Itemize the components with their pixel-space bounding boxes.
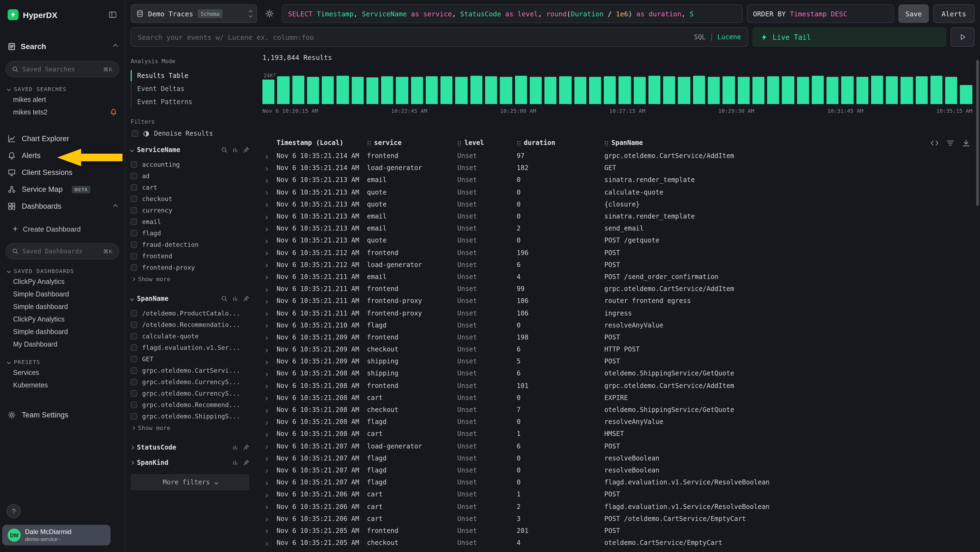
facet-value[interactable]: ad — [130, 170, 249, 182]
saved-searches-title[interactable]: SAVED SEARCHES — [8, 86, 117, 92]
show-more-link[interactable]: Show more — [130, 422, 249, 434]
checkbox[interactable] — [130, 207, 137, 213]
table-row[interactable]: Nov 6 10:35:21.208 AM flagd Unset 0 reso… — [262, 416, 972, 428]
saved-dashboards-field[interactable] — [22, 247, 99, 255]
table-row[interactable]: Nov 6 10:35:21.206 AM cart Unset 2 flagd… — [262, 501, 972, 512]
search-icon[interactable] — [221, 147, 228, 153]
bar-chart-icon[interactable] — [232, 295, 239, 302]
table-row[interactable]: Nov 6 10:35:21.212 AM frontend Unset 196… — [262, 247, 972, 258]
mode-lucene[interactable]: Lucene — [717, 33, 741, 41]
live-tail-button[interactable]: Live Tail — [752, 27, 946, 47]
checkbox[interactable] — [130, 390, 137, 396]
saved-dashboard-item[interactable]: ClickPy Analytics — [0, 275, 125, 288]
facet-value[interactable]: grpc.oteldemo.Recommend... — [130, 399, 249, 410]
drag-handle-icon[interactable] — [605, 140, 608, 146]
table-row[interactable]: Nov 6 10:35:21.213 AM quote Unset 0 calc… — [262, 186, 972, 198]
checkbox[interactable] — [130, 241, 137, 248]
row-expand-chevron[interactable] — [264, 469, 267, 473]
facet-value[interactable]: flagd — [130, 227, 249, 239]
table-row[interactable]: Nov 6 10:35:21.209 AM checkout Unset 6 H… — [262, 343, 972, 355]
facet-value[interactable]: checkout — [130, 193, 249, 204]
row-expand-chevron[interactable] — [264, 445, 267, 449]
row-expand-chevron[interactable] — [264, 530, 267, 533]
run-query-button[interactable] — [951, 27, 975, 47]
saved-search-item[interactable]: mikes tets2 — [0, 106, 125, 118]
bar-chart-icon[interactable] — [232, 459, 239, 466]
facet-value[interactable]: grpc.oteldemo.CurrencyS... — [130, 376, 249, 388]
saved-search-item[interactable]: mikes alert — [0, 93, 125, 106]
pin-icon[interactable] — [243, 444, 249, 451]
table-row[interactable]: Nov 6 10:35:21.214 AM frontend Unset 97 … — [262, 150, 972, 162]
table-row[interactable]: Nov 6 10:35:21.207 AM flagd Unset 0 reso… — [262, 464, 972, 476]
sql-select-editor[interactable]: SELECT Timestamp, ServiceName as service… — [282, 4, 743, 23]
row-expand-chevron[interactable] — [264, 288, 267, 292]
column-header-service[interactable]: service — [367, 139, 457, 147]
column-filter-icon[interactable] — [946, 139, 955, 147]
checkbox[interactable] — [130, 401, 137, 408]
query-language-switch[interactable]: SQL | Lucene — [694, 33, 741, 41]
row-expand-chevron[interactable] — [264, 361, 267, 364]
user-menu[interactable]: DM Dale McDiarmid demo-service - — [2, 525, 111, 546]
row-expand-chevron[interactable] — [264, 204, 267, 207]
row-expand-chevron[interactable] — [264, 324, 267, 328]
row-expand-chevron[interactable] — [264, 264, 267, 268]
row-expand-chevron[interactable] — [264, 276, 267, 279]
table-row[interactable]: Nov 6 10:35:21.211 AM frontend-proxy Uns… — [262, 295, 972, 307]
facet-header[interactable]: SpanKind — [130, 459, 249, 466]
column-header-duration[interactable]: duration — [517, 139, 605, 147]
facet-value[interactable]: calculate-quote — [130, 330, 249, 341]
checkbox[interactable] — [130, 367, 137, 373]
sidebar-collapse-icon[interactable] — [108, 10, 117, 19]
alerts-button[interactable]: Alerts — [933, 4, 975, 23]
facet-value[interactable]: email — [130, 216, 249, 227]
row-expand-chevron[interactable] — [264, 421, 267, 425]
row-expand-chevron[interactable] — [264, 312, 267, 316]
checkbox[interactable] — [130, 161, 137, 168]
checkbox[interactable] — [130, 310, 137, 316]
code-view-icon[interactable] — [931, 139, 939, 147]
row-expand-chevron[interactable] — [264, 458, 267, 461]
saved-dashboards-title[interactable]: SAVED DASHBOARDS — [8, 268, 117, 274]
facet-value[interactable]: flagd.evaluation.v1.Ser... — [130, 341, 249, 353]
help-button[interactable]: ? — [6, 504, 21, 518]
mode-event-patterns[interactable]: Event Patterns — [132, 95, 249, 108]
sidebar-item-team-settings[interactable]: Team Settings — [0, 407, 125, 423]
row-expand-chevron[interactable] — [264, 191, 267, 195]
order-by-editor[interactable]: ORDER BY Timestamp DESC — [747, 4, 894, 23]
events-histogram[interactable]: 24K Nov 6 10:20:15 AM10:22:45 AM10:25:00… — [262, 76, 972, 114]
table-row[interactable]: Nov 6 10:35:21.214 AM load-generator Uns… — [262, 162, 972, 174]
preset-item[interactable]: Kubernetes — [0, 379, 125, 391]
checkbox[interactable] — [130, 333, 137, 339]
facet-value[interactable]: GET — [130, 353, 249, 365]
table-row[interactable]: Nov 6 10:35:21.213 AM email Unset 0 sina… — [262, 174, 972, 186]
row-expand-chevron[interactable] — [264, 494, 267, 497]
drag-handle-icon[interactable] — [367, 140, 371, 146]
table-row[interactable]: Nov 6 10:35:21.209 AM frontend Unset 198… — [262, 331, 972, 343]
table-row[interactable]: Nov 6 10:35:21.208 AM shipping Unset 6 o… — [262, 367, 972, 380]
table-row[interactable]: Nov 6 10:35:21.207 AM flagd Unset 0 reso… — [262, 452, 972, 464]
row-expand-chevron[interactable] — [264, 542, 267, 546]
row-expand-chevron[interactable] — [264, 167, 267, 171]
row-expand-chevron[interactable] — [264, 373, 267, 376]
table-row[interactable]: Nov 6 10:35:21.205 AM frontend Unset 201… — [262, 525, 972, 537]
checkbox[interactable] — [132, 130, 138, 137]
facet-header[interactable]: ServiceName — [130, 146, 249, 154]
checkbox[interactable] — [130, 356, 137, 362]
saved-dashboard-item[interactable]: ClickPy Analytics — [0, 313, 125, 325]
table-row[interactable]: Nov 6 10:35:21.210 AM flagd Unset 0 reso… — [262, 319, 972, 331]
sidebar-item-dashboards[interactable]: Dashboards — [0, 198, 125, 215]
bar-chart-icon[interactable] — [232, 444, 239, 451]
facet-value[interactable]: grpc.oteldemo.ShippingS... — [130, 410, 249, 422]
facet-header[interactable]: SpanName — [130, 295, 249, 302]
save-button[interactable]: Save — [898, 4, 929, 23]
facet-value[interactable]: accounting — [130, 159, 249, 170]
table-row[interactable]: Nov 6 10:35:21.212 AM load-generator Uns… — [262, 258, 972, 271]
preset-item[interactable]: Services — [0, 366, 125, 379]
table-row[interactable]: Nov 6 10:35:21.206 AM cart Unset 3 POST … — [262, 512, 972, 525]
checkbox[interactable] — [130, 230, 137, 236]
saved-dashboard-item[interactable]: Simple Dashboard — [0, 288, 125, 300]
table-row[interactable]: Nov 6 10:35:21.213 AM quote Unset 0 {clo… — [262, 198, 972, 211]
row-expand-chevron[interactable] — [264, 179, 267, 183]
table-row[interactable]: Nov 6 10:35:21.207 AM load-generator Uns… — [262, 440, 972, 452]
table-row[interactable]: Nov 6 10:35:21.211 AM email Unset 4 POST… — [262, 271, 972, 283]
